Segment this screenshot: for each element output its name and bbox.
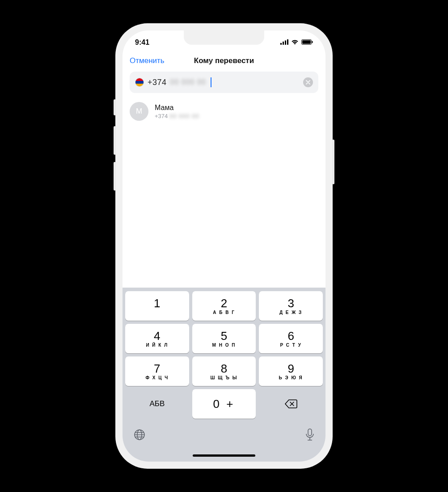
key-backspace[interactable]: [259, 389, 323, 419]
microphone-icon: [305, 428, 315, 441]
globe-button[interactable]: [133, 428, 146, 442]
content-spacer: [123, 126, 325, 288]
notch: [184, 30, 264, 45]
svg-rect-10: [308, 429, 312, 436]
power-button[interactable]: [332, 140, 334, 184]
key-2[interactable]: 2А Б В Г: [192, 291, 256, 321]
phone-input-masked: 00 000 00: [170, 78, 206, 86]
contact-row[interactable]: М Мама +374 00 000 00: [123, 93, 325, 126]
avatar-initial: М: [136, 107, 142, 116]
key-1[interactable]: 1: [125, 291, 189, 321]
clear-input-button[interactable]: [303, 77, 313, 87]
key-0[interactable]: 0 +: [192, 389, 256, 419]
cellular-icon: [280, 38, 288, 47]
wifi-icon: [291, 38, 299, 47]
key-5[interactable]: 5М Н О П: [192, 324, 256, 353]
status-time: 9:41: [135, 38, 149, 47]
contact-info: Мама +374 00 000 00: [155, 103, 199, 119]
key-6[interactable]: 6Р С Т У: [259, 324, 323, 353]
key-8-letters: Ш Щ Ъ Ы: [210, 375, 237, 380]
key-6-letters: Р С Т У: [280, 343, 302, 348]
key-3-digit: 3: [287, 297, 294, 309]
nav-bar: Отменить Кому перевести: [123, 52, 325, 72]
contact-name: Мама: [155, 103, 199, 113]
key-4-digit: 4: [154, 330, 160, 342]
phone-input[interactable]: +374 00 000 00: [130, 72, 318, 93]
volume-up-button[interactable]: [114, 126, 116, 155]
key-8-digit: 8: [221, 363, 227, 374]
svg-rect-2: [285, 41, 286, 45]
dictation-button[interactable]: [305, 428, 315, 443]
key-2-letters: А Б В Г: [213, 310, 235, 315]
key-9-letters: Ь Э Ю Я: [279, 375, 303, 380]
battery-icon: [301, 38, 313, 47]
phone-frame: 9:41 Отменить Кому перевести +374: [115, 23, 333, 469]
svg-rect-3: [287, 39, 288, 45]
key-abc[interactable]: АБВ: [125, 389, 189, 419]
key-9-digit: 9: [287, 363, 294, 374]
key-7-letters: Ф Х Ц Ч: [145, 375, 169, 380]
backspace-icon: [284, 399, 298, 409]
key-8[interactable]: 8Ш Щ Ъ Ы: [192, 356, 256, 386]
cancel-button[interactable]: Отменить: [130, 56, 165, 65]
key-6-digit: 6: [287, 330, 294, 342]
dial-prefix: +374: [148, 78, 167, 87]
text-cursor: [211, 77, 211, 87]
close-icon: [306, 80, 310, 85]
key-4-letters: И Й К Л: [146, 343, 168, 348]
key-3[interactable]: 3Д Е Ж З: [259, 291, 323, 321]
key-5-letters: М Н О П: [212, 343, 236, 348]
contact-phone-prefix: +374: [155, 113, 168, 119]
key-0-digit: 0 +: [213, 398, 235, 410]
status-indicators: [280, 38, 313, 47]
svg-rect-0: [280, 43, 282, 45]
phone-screen: 9:41 Отменить Кому перевести +374: [123, 30, 325, 462]
key-2-digit: 2: [221, 297, 227, 309]
contact-phone-masked: 00 000 00: [169, 113, 199, 119]
globe-icon: [133, 428, 146, 441]
home-indicator[interactable]: [193, 454, 255, 457]
page-title: Кому перевести: [194, 56, 254, 65]
avatar: М: [130, 102, 148, 121]
contact-phone: +374 00 000 00: [155, 113, 199, 119]
svg-rect-5: [302, 40, 311, 44]
key-abc-label: АБВ: [149, 399, 165, 408]
key-7-digit: 7: [154, 363, 160, 374]
volume-down-button[interactable]: [114, 162, 116, 191]
key-3-letters: Д Е Ж З: [279, 310, 302, 315]
key-9[interactable]: 9Ь Э Ю Я: [259, 356, 323, 386]
numeric-keyboard: 1 2А Б В Г 3Д Е Ж З 4И Й К Л 5М Н О П 6Р…: [123, 288, 325, 449]
key-1-digit: 1: [154, 297, 160, 309]
key-5-digit: 5: [221, 330, 227, 342]
key-4[interactable]: 4И Й К Л: [125, 324, 189, 353]
country-flag-icon[interactable]: [135, 78, 144, 87]
svg-rect-6: [312, 41, 313, 43]
svg-rect-1: [283, 42, 284, 45]
keyboard-bottom-row: [125, 422, 323, 447]
home-indicator-area: [123, 449, 325, 462]
mute-switch[interactable]: [114, 99, 116, 115]
key-7[interactable]: 7Ф Х Ц Ч: [125, 356, 189, 386]
